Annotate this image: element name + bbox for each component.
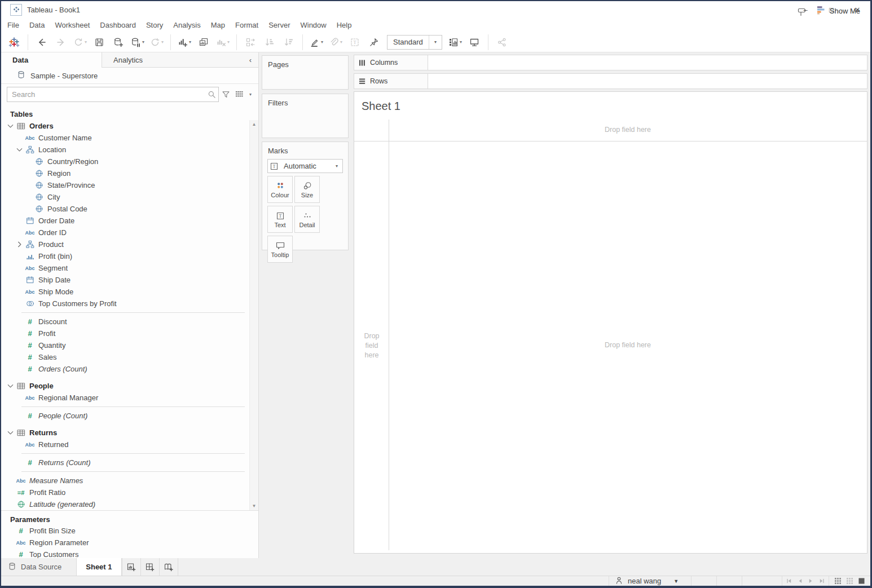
- run-auto-updates-button[interactable]: ▾: [147, 34, 166, 50]
- pause-auto-updates-button[interactable]: ▾: [128, 34, 147, 50]
- field-people[interactable]: People: [1, 380, 258, 392]
- columns-field-area[interactable]: [428, 55, 867, 70]
- rows-field-area[interactable]: [428, 74, 867, 89]
- highlight-button-caret-icon[interactable]: ▾: [321, 39, 323, 45]
- replay-button[interactable]: ▾: [71, 34, 90, 50]
- field-segment[interactable]: AbcSegment: [1, 262, 258, 274]
- mark-button-colour[interactable]: Colour: [267, 176, 293, 203]
- swap-rows-columns-button[interactable]: [241, 34, 260, 50]
- field-customer-name[interactable]: AbcCustomer Name: [1, 132, 258, 144]
- sheet1-tab[interactable]: Sheet 1: [76, 558, 121, 576]
- drop-zone-top[interactable]: Drop field here: [389, 126, 867, 134]
- clear-sheet-button[interactable]: ▾: [213, 34, 232, 50]
- field-postal-code[interactable]: Postal Code: [1, 203, 258, 215]
- highlight-button[interactable]: ▾: [307, 34, 326, 50]
- redo-button[interactable]: [51, 34, 71, 50]
- save-button[interactable]: [90, 34, 109, 50]
- mark-button-size[interactable]: Size: [294, 176, 320, 203]
- field-country-region[interactable]: Country/Region: [1, 156, 258, 167]
- last-mark-icon[interactable]: [819, 578, 824, 583]
- single-view-icon[interactable]: [858, 578, 865, 584]
- new-data-source-button[interactable]: [109, 34, 128, 50]
- scroll-down-icon[interactable]: ▼: [250, 502, 258, 510]
- filter-fields-icon[interactable]: [219, 90, 232, 99]
- field-measure-names[interactable]: AbcMeasure Names: [1, 475, 258, 487]
- view-options-caret-icon[interactable]: ▾: [246, 92, 254, 97]
- chevron-down-icon[interactable]: [15, 145, 24, 154]
- field-order-id[interactable]: AbcOrder ID: [1, 227, 258, 238]
- new-worksheet-tab-button[interactable]: [122, 558, 141, 576]
- menu-item-story[interactable]: Story: [141, 21, 168, 29]
- mark-type-dropdown[interactable]: T Automatic ▾: [267, 159, 343, 173]
- field-top-customers-by-profit[interactable]: Top Customers by Profit: [1, 298, 258, 310]
- pages-shelf[interactable]: Pages: [262, 55, 349, 90]
- fields-scrollbar[interactable]: ▲ ▼: [249, 120, 258, 510]
- previous-mark-icon[interactable]: [798, 578, 803, 583]
- menu-item-window[interactable]: Window: [295, 21, 331, 29]
- data-source-tab[interactable]: Data Source: [1, 558, 76, 576]
- new-story-tab-button[interactable]: [160, 558, 178, 576]
- field-returns-count[interactable]: #Returns (Count): [1, 457, 258, 468]
- sort-ascending-button[interactable]: [260, 34, 279, 50]
- field-order-date[interactable]: Order Date: [1, 215, 258, 227]
- presentation-mode-button[interactable]: [465, 34, 484, 50]
- sort-descending-button[interactable]: [279, 34, 298, 50]
- mark-button-detail[interactable]: Detail: [294, 206, 320, 233]
- menu-item-server[interactable]: Server: [263, 21, 295, 29]
- field-state-province[interactable]: State/Province: [1, 179, 258, 191]
- new-worksheet-button-caret-icon[interactable]: ▾: [189, 39, 191, 45]
- field-returns[interactable]: Returns: [1, 427, 258, 439]
- drop-zone-left[interactable]: Drop field here: [359, 331, 385, 360]
- field-discount[interactable]: #Discount: [1, 316, 258, 328]
- duplicate-sheet-button[interactable]: [194, 34, 213, 50]
- menu-item-format[interactable]: Format: [230, 21, 263, 29]
- field-location[interactable]: Location: [1, 144, 258, 156]
- field-profit-bin[interactable]: Profit (bin): [1, 250, 258, 262]
- field-latitude-generated[interactable]: Latitude (generated): [1, 498, 258, 510]
- user-menu[interactable]: neal wang ▼: [609, 576, 691, 586]
- run-auto-updates-button-caret-icon[interactable]: ▾: [161, 39, 164, 45]
- field-city[interactable]: City: [1, 191, 258, 203]
- tab-data[interactable]: Data: [1, 52, 102, 68]
- mark-button-tooltip[interactable]: Tooltip: [267, 236, 293, 263]
- show-me-button[interactable]: Show Me: [812, 5, 865, 17]
- collapse-pane-button[interactable]: ‹: [243, 52, 258, 68]
- share-workbook-button[interactable]: [492, 34, 512, 50]
- field-quantity[interactable]: #Quantity: [1, 339, 258, 351]
- datasource-item[interactable]: Sample - Superstore: [1, 68, 258, 84]
- menu-item-dashboard[interactable]: Dashboard: [95, 21, 141, 29]
- menu-item-data[interactable]: Data: [24, 21, 50, 29]
- menu-item-file[interactable]: File: [2, 21, 24, 29]
- chevron-down-icon[interactable]: [6, 122, 15, 130]
- menu-item-analysis[interactable]: Analysis: [168, 21, 205, 29]
- group-members-button-caret-icon[interactable]: ▾: [340, 39, 342, 45]
- fix-axes-button[interactable]: [364, 34, 384, 50]
- grid-view-icon[interactable]: [835, 578, 841, 584]
- tab-analytics[interactable]: Analytics: [102, 52, 243, 68]
- new-dashboard-tab-button[interactable]: [141, 558, 160, 576]
- tableau-logo-button[interactable]: [5, 34, 24, 50]
- new-worksheet-button[interactable]: ▾: [175, 34, 194, 50]
- field-regional-manager[interactable]: AbcRegional Manager: [1, 392, 258, 404]
- fit-selector[interactable]: Standard▾: [387, 35, 442, 50]
- field-orders[interactable]: Orders: [1, 120, 258, 132]
- columns-shelf[interactable]: Columns: [354, 55, 867, 70]
- signpost-button[interactable]: [792, 3, 812, 19]
- field-people-count[interactable]: #People (Count): [1, 410, 258, 422]
- show-mark-labels-button[interactable]: T: [345, 34, 364, 50]
- chevron-right-icon[interactable]: [15, 240, 24, 249]
- show-hide-cards-button[interactable]: ▾: [446, 34, 465, 50]
- next-mark-icon[interactable]: [808, 578, 813, 583]
- pause-auto-updates-button-caret-icon[interactable]: ▾: [142, 39, 144, 45]
- group-members-button[interactable]: ▾: [326, 34, 345, 50]
- replay-button-caret-icon[interactable]: ▾: [85, 39, 87, 45]
- field-orders-count[interactable]: #Orders (Count): [1, 363, 258, 375]
- first-mark-icon[interactable]: [787, 578, 792, 583]
- field-region[interactable]: Region: [1, 167, 258, 179]
- drop-zone-center[interactable]: Drop field here: [389, 341, 867, 349]
- view-data-grid-icon[interactable]: [232, 90, 246, 99]
- chevron-down-icon[interactable]: [6, 382, 15, 390]
- field-ship-date[interactable]: Ship Date: [1, 274, 258, 286]
- field-profit[interactable]: #Profit: [1, 328, 258, 339]
- menu-item-worksheet[interactable]: Worksheet: [50, 21, 95, 29]
